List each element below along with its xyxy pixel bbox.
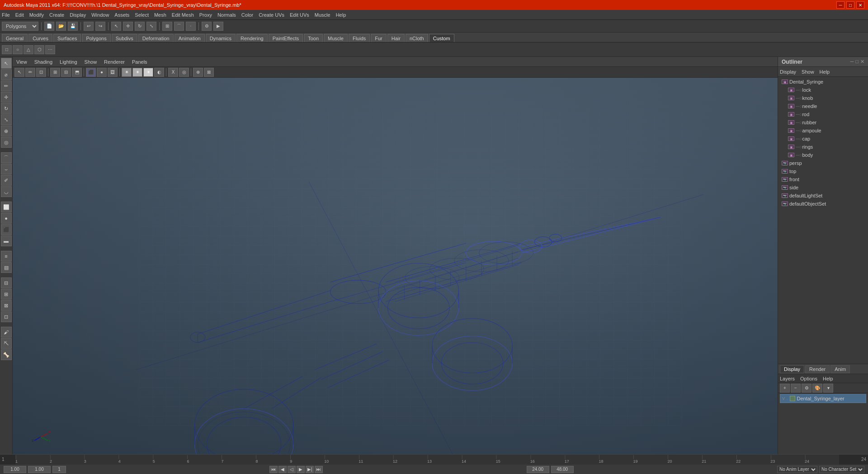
shelf-icon-4[interactable]: ⬡ [34,45,44,54]
character-set-select[interactable]: No Character Set [819,466,864,473]
vp-shade-btn[interactable]: ⬒ [72,68,82,77]
shelf-tab-muscle[interactable]: Muscle [324,34,348,42]
snap-curve-btn[interactable]: ⌒ [174,22,184,31]
layer-tab-display[interactable]: Display [780,365,804,373]
outliner-maximize-btn[interactable]: □ [855,59,859,65]
show-menu[interactable]: Show [85,59,97,65]
layers-menu-item[interactable]: Layers [780,376,795,381]
current-frame-input[interactable] [28,466,51,473]
menu-item-color[interactable]: Color [241,12,253,18]
shelf-icon-2[interactable]: ○ [13,45,23,54]
go-start-btn[interactable]: ⏮ [269,466,278,473]
shelf-tab-painteffects[interactable]: PaintEffects [269,34,303,42]
menu-item-display[interactable]: Display [70,12,86,18]
anim-layer-select[interactable]: No Anim Layer [777,466,817,473]
select-tool-btn[interactable]: ↖ [1,58,12,69]
prev-frame-btn[interactable]: ◀ [278,466,287,473]
tree-item-Dental_Syringe[interactable]: ▣Dental_Syringe [778,78,868,86]
layer-visibility-btn[interactable]: V [782,396,785,401]
tree-item-lock[interactable]: ▣─○ lock [778,86,868,94]
light-3-btn[interactable]: ☀ [143,68,153,77]
tree-item-rubber[interactable]: ▣─○ rubber [778,118,868,127]
manipulator-tool-btn[interactable]: ⊕ [1,126,12,136]
display-layer-btn[interactable]: ≡ [1,251,12,262]
render-btn[interactable]: ▶ [213,22,223,31]
minimize-button[interactable]: ─ [836,1,844,9]
isolate-btn[interactable]: ◎ [179,68,189,77]
outliner-show-menu[interactable]: Show [802,69,814,75]
pencil-btn[interactable]: ✐ [1,175,12,186]
shelf-tab-deformation[interactable]: Deformation [138,34,174,42]
shelf-tab-rendering[interactable]: Rendering [236,34,268,42]
next-frame-btn[interactable]: ▶| [306,466,314,473]
pose-btn[interactable]: 🦴 [1,349,12,360]
tree-item-rod[interactable]: ▣─○ rod [778,110,868,118]
lasso-tool-btn[interactable]: ⌀ [1,69,12,80]
shelf-tab-general[interactable]: General [2,34,28,42]
menu-item-help[interactable]: Help [336,12,346,18]
play-back-btn[interactable]: ◁ [288,466,296,473]
panels-menu[interactable]: Panels [132,59,147,65]
tree-item-defaultObjectSet[interactable]: 📷defaultObjectSet [778,200,868,208]
view-menu[interactable]: View [16,59,27,65]
save-scene-btn[interactable]: 💾 [68,22,78,31]
maximize-button[interactable]: □ [846,1,854,9]
soft-mod-btn[interactable]: ◎ [1,137,12,148]
poly-cube-btn[interactable]: ⬜ [1,202,12,212]
menu-item-proxy[interactable]: Proxy [199,12,212,18]
shelf-icon-5[interactable]: ⋯ [45,45,55,54]
scale-btn[interactable]: ⤡ [146,22,156,31]
quick-layout-1-btn[interactable]: ⊟ [1,277,12,288]
new-scene-btn[interactable]: 📄 [44,22,54,31]
range-start-input[interactable] [527,466,549,473]
shelf-tab-curves[interactable]: Curves [28,34,52,42]
options-menu-item[interactable]: Options [800,376,817,381]
scale-tool-btn[interactable]: ⤡ [1,114,12,125]
menu-item-file[interactable]: File [2,12,10,18]
tree-item-knob[interactable]: ▣─○ knob [778,94,868,102]
vp-component-btn[interactable]: ⊡ [36,68,46,77]
menu-item-mesh[interactable]: Mesh [154,12,166,18]
tree-item-defaultLightSet[interactable]: 📷defaultLightSet [778,192,868,200]
menu-item-assets[interactable]: Assets [114,12,129,18]
render-settings-btn[interactable]: ⚙ [202,22,212,31]
tree-item-persp[interactable]: 📷persp [778,159,868,167]
poly-cylinder-btn[interactable]: ⬛ [1,224,12,235]
menu-item-muscle[interactable]: Muscle [315,12,330,18]
menu-item-edit[interactable]: Edit [15,12,24,18]
paint-tool-btn[interactable]: ✏ [1,80,12,91]
vp-grid-btn[interactable]: ⊟ [61,68,71,77]
tree-item-side[interactable]: 📷side [778,183,868,192]
menu-item-create uvs[interactable]: Create UVs [259,12,284,18]
outliner-help-menu[interactable]: Help [820,69,830,75]
shelf-tab-custom[interactable]: Custom [429,34,454,42]
sculpt-btn[interactable]: ⛏ [1,338,12,349]
shelf-tab-surfaces[interactable]: Surfaces [53,34,81,42]
tree-item-top[interactable]: 📷top [778,167,868,175]
outliner-display-menu[interactable]: Display [780,69,796,75]
layer-help-menu-item[interactable]: Help [823,376,833,381]
menu-item-window[interactable]: Window [91,12,109,18]
move-tool-btn[interactable]: ✛ [1,92,12,103]
undo-btn[interactable]: ↩ [84,22,94,31]
layer-tab-render[interactable]: Render [805,365,830,373]
tree-item-front[interactable]: 📷front [778,175,868,183]
move-btn[interactable]: ✛ [123,22,133,31]
menu-item-create[interactable]: Create [49,12,64,18]
outliner-close-btn[interactable]: ✕ [860,59,864,65]
mode-selector[interactable]: Polygons Surfaces Dynamics Rendering [2,22,38,31]
light-1-btn[interactable]: ☀ [122,68,132,77]
xray-btn[interactable]: X [168,68,178,77]
3d-viewport[interactable]: .wire { stroke: #2233aa; stroke-width: 0… [13,78,778,454]
render-layer-btn[interactable]: ▤ [1,262,12,273]
shelf-tab-hair[interactable]: Hair [387,34,405,42]
new-layer-btn[interactable]: + [780,384,790,393]
shelf-tab-polygons[interactable]: Polygons [82,34,110,42]
arc-btn[interactable]: ◡ [1,186,12,197]
shelf-tab-animation[interactable]: Animation [175,34,205,42]
tree-item-cap[interactable]: ▣─○ cap [778,135,868,143]
start-frame-input[interactable] [4,466,26,473]
vp-layout-btn[interactable]: ⊞ [50,68,60,77]
snap-point-btn[interactable]: · [186,22,196,31]
go-end-btn[interactable]: ⏭ [315,466,323,473]
